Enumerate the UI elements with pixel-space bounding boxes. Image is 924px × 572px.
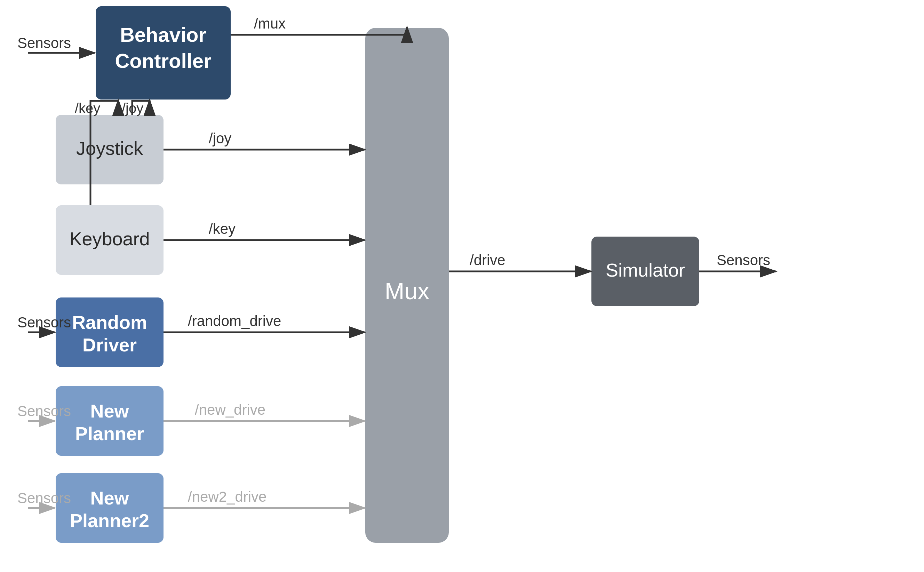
mux-topic-label: /mux xyxy=(254,15,286,32)
joy-label: /joy xyxy=(209,130,231,146)
new2-drive-label: /new2_drive xyxy=(188,488,267,505)
behavior-controller-label: Behavior xyxy=(120,23,206,46)
drive-label: /drive xyxy=(470,252,505,268)
new-planner-label2: Planner xyxy=(75,423,144,444)
diagram-container: Behavior Controller Joystick Keyboard Ra… xyxy=(0,0,924,572)
key-label: /key xyxy=(209,221,236,237)
sensors-newplanner-label: Sensors xyxy=(17,403,71,419)
sensors-newplanner2-label: Sensors xyxy=(17,490,71,506)
sensors-random-label: Sensors xyxy=(17,314,71,331)
random-driver-label: Random xyxy=(72,312,147,333)
random-driver-label2: Driver xyxy=(82,334,137,355)
new-planner2-label2: Planner2 xyxy=(70,510,149,531)
random-drive-label: /random_drive xyxy=(188,313,281,329)
new-planner-label: New xyxy=(90,401,129,421)
keyboard-label: Keyboard xyxy=(69,228,150,249)
architecture-diagram: Behavior Controller Joystick Keyboard Ra… xyxy=(0,0,924,572)
sensors-out-label: Sensors xyxy=(717,252,770,268)
joystick-label: Joystick xyxy=(76,138,143,159)
key-bc-label: /key xyxy=(75,101,100,116)
simulator-label: Simulator xyxy=(606,260,685,280)
behavior-controller-label2: Controller xyxy=(115,50,211,72)
mux-label: Mux xyxy=(385,278,429,304)
new-drive-label: /new_drive xyxy=(195,401,266,418)
sensors-behavior-label: Sensors xyxy=(17,35,71,51)
new-planner2-label: New xyxy=(90,488,129,508)
